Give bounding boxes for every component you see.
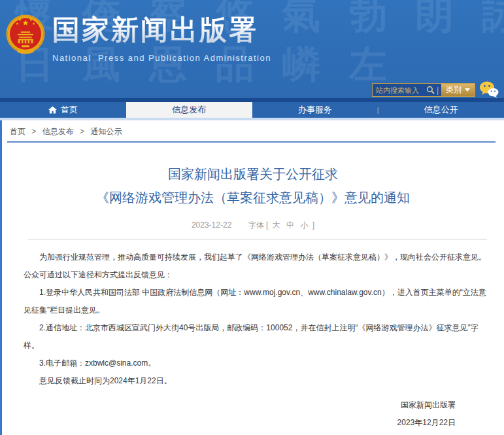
article-meta: 2023-12-22 字体 [ 大 中 小 ] [2,220,504,231]
nav-item-label: 信息发布 [172,104,206,116]
site-subtitle: National Press and Publication Administr… [52,53,271,63]
wechat-icon[interactable] [479,80,499,98]
search-button[interactable]: | [424,84,441,96]
font-size-medium-button[interactable]: 中 [286,220,294,230]
search-category-dropdown[interactable]: 类别 [441,84,475,96]
paragraph-intro: 为加强行业规范管理，推动高质量可持续发展，我们起草了《网络游戏管理办法（草案征求… [24,249,488,284]
nav-item-info-release[interactable]: 信息发布 [126,102,252,118]
paragraph-channel-email: 3.电子邮箱：zxbwlc@sina.com。 [24,355,488,372]
font-bracket: [ [266,220,268,230]
national-emblem-logo [6,14,45,56]
nav-item-home[interactable]: 首页 [0,102,126,118]
breadcrumb-home[interactable]: 首页 [10,127,25,136]
site-brand: 国家新闻出版署 National Press and Publication A… [52,12,271,63]
article-title: 国家新闻出版署关于公开征求 《网络游戏管理办法（草案征求意见稿）》意见的通知 [28,162,478,209]
breadcrumb: 首页 > 信息发布 > 通知公示 [2,120,504,141]
article-title-line2: 《网络游戏管理办法（草案征求意见稿）》意见的通知 [28,186,478,209]
breadcrumb-separator: > [80,127,84,136]
nav-item-label: 信息公开 [424,104,458,116]
content-area: 首页 > 信息发布 > 通知公示 国家新闻出版署关于公开征求 《网络游戏管理办法… [0,120,504,435]
article-body: 为加强行业规范管理，推动高质量可持续发展，我们起草了《网络游戏管理办法（草案征求… [24,249,488,390]
search-divider: | [437,86,439,95]
signature-date: 2023年12月22日 [2,414,456,432]
font-size-large-button[interactable]: 大 [273,220,280,230]
search-icon [426,86,435,94]
site-search-bar: | 类别 [372,83,475,97]
paragraph-channel-mail: 2.通信地址：北京市西城区宣武门外大街40号出版局，邮政编码：100052，并在… [24,319,488,355]
page: 懷俺察悠氣勃朗詠雄膝日風恩品嶙左 国家新闻出版署 [0,0,504,435]
breadcrumb-info-release[interactable]: 信息发布 [42,127,74,136]
search-category-label: 类别 [446,84,462,96]
font-bracket: ] [312,220,314,230]
search-input[interactable] [373,84,424,96]
site-header: 懷俺察悠氣勃朗詠雄膝日風恩品嶙左 国家新闻出版署 [0,0,504,98]
nav-item-services[interactable]: 办事服务 [252,102,378,118]
font-size-small-button[interactable]: 小 [300,220,308,230]
paragraph-channel-web: 1.登录中华人民共和国司法部 中国政府法制信息网（网址：www.moj.gov.… [24,284,488,319]
font-size-label: 字体 [248,220,264,230]
breadcrumb-separator: > [31,127,36,136]
meta-divider [28,239,487,240]
nav-item-label: 首页 [61,104,78,116]
breadcrumb-current: 通知公示 [90,127,122,136]
main-nav: 首页 信息发布 办事服务 | 信息公开 [0,102,504,118]
article-title-line1: 国家新闻出版署关于公开征求 [28,162,478,186]
breadcrumb-underline [7,141,496,143]
paragraph-deadline: 意见反馈截止时间为2024年1月22日。 [24,372,488,390]
chevron-down-icon [465,88,470,92]
nav-item-info-disclosure[interactable]: 信息公开 [378,102,504,118]
home-icon [48,106,57,114]
nav-item-label: 办事服务 [298,104,332,116]
signature-org: 国家新闻出版署 [2,396,456,414]
site-title: 国家新闻出版署 [52,12,271,48]
publish-date: 2023-12-22 [192,220,231,230]
signature-block: 国家新闻出版署 2023年12月22日 [2,396,504,432]
